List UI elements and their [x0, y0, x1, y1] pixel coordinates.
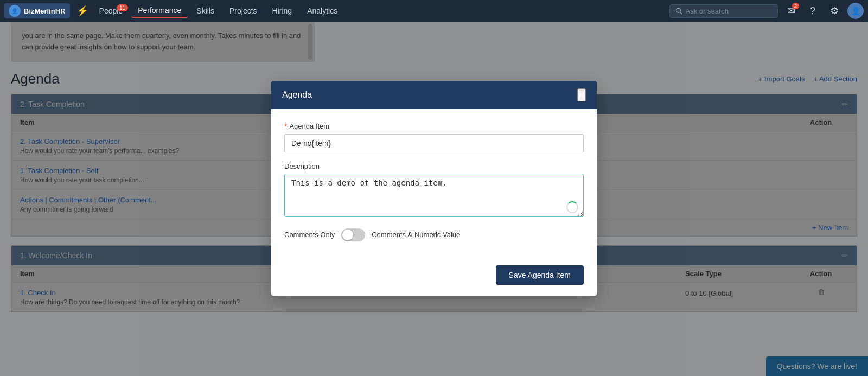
nav-hiring[interactable]: Hiring: [266, 4, 299, 17]
navbar: 👤 BizMerlinHR ⚡ People 11 Performance Sk…: [0, 0, 868, 22]
toggle-left-label: Comments Only: [284, 231, 335, 239]
modal-footer: Save Agenda Item: [271, 265, 597, 296]
avatar[interactable]: 👤: [847, 3, 864, 19]
textarea-wrapper: [284, 174, 584, 219]
people-badge: 11: [117, 4, 128, 11]
nav-analytics[interactable]: Analytics: [301, 4, 344, 17]
toggle-right-label: Comments & Numeric Value: [372, 231, 460, 239]
toggle-knob: [342, 230, 353, 240]
mail-icon-btn[interactable]: ✉ 2: [782, 2, 800, 20]
modal-overlay[interactable]: Agenda × * Agenda Item Description: [0, 0, 868, 321]
nav-projects[interactable]: Projects: [223, 4, 264, 17]
app-logo[interactable]: 👤 BizMerlinHR: [4, 3, 70, 18]
toggle-switch[interactable]: [341, 228, 365, 241]
description-textarea[interactable]: [284, 174, 584, 217]
agenda-item-label: * Agenda Item: [284, 122, 584, 131]
save-agenda-item-button[interactable]: Save Agenda Item: [496, 265, 584, 285]
modal-header: Agenda ×: [271, 81, 597, 109]
description-label: Description: [284, 162, 584, 170]
toggle-row: Comments Only Comments & Numeric Value: [284, 228, 584, 241]
help-icon: ?: [810, 5, 815, 17]
nav-skills[interactable]: Skills: [190, 4, 221, 17]
svg-line-1: [680, 12, 682, 14]
description-field: Description: [284, 162, 584, 219]
navbar-right: ✉ 2 ? ⚙ 👤: [669, 2, 864, 20]
agenda-item-input[interactable]: [284, 134, 584, 152]
settings-icon-btn[interactable]: ⚙: [826, 2, 843, 20]
spinner-icon: [566, 201, 578, 213]
search-icon: [675, 7, 682, 15]
nav-performance[interactable]: Performance: [131, 4, 188, 18]
modal-body: * Agenda Item Description Comments Only: [271, 109, 597, 265]
avatar-icon: 👤: [851, 7, 860, 15]
help-icon-btn[interactable]: ?: [804, 2, 821, 20]
search-bar[interactable]: [669, 4, 778, 18]
search-input[interactable]: [686, 7, 772, 15]
logo-icon: 👤: [9, 5, 21, 17]
modal-title: Agenda: [282, 90, 312, 100]
lightning-icon[interactable]: ⚡: [76, 5, 88, 17]
settings-icon: ⚙: [830, 5, 839, 17]
agenda-item-field: * Agenda Item: [284, 122, 584, 152]
nav-people[interactable]: People 11: [93, 4, 130, 17]
modal-close-button[interactable]: ×: [577, 88, 586, 101]
logo-text: BizMerlinHR: [24, 7, 66, 15]
required-star: *: [284, 122, 287, 131]
mail-badge: 2: [792, 3, 799, 9]
agenda-modal: Agenda × * Agenda Item Description: [271, 81, 597, 296]
